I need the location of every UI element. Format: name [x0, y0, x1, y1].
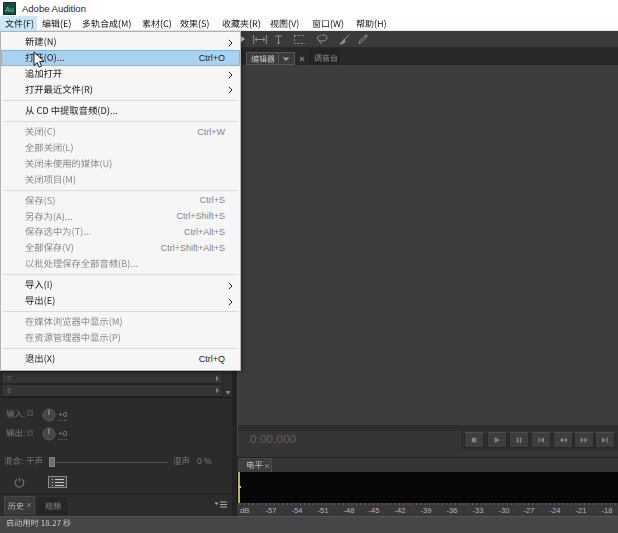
svg-text:Au: Au [5, 6, 14, 13]
